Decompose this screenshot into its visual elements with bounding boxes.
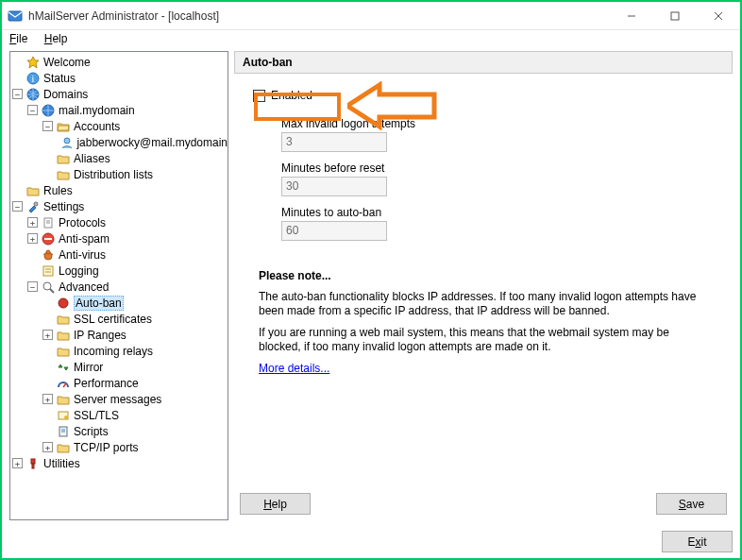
svg-rect-0 — [8, 11, 22, 21]
section-header: Auto-ban — [234, 51, 733, 74]
doc-icon — [41, 215, 56, 230]
svg-point-26 — [59, 298, 68, 308]
note-text-2: If you are running a web mail system, th… — [259, 326, 708, 354]
tree-account-1[interactable]: jabberwocky@mail.mydomain — [56, 134, 228, 150]
magnifier-icon — [41, 280, 56, 295]
info-icon: i — [25, 71, 41, 86]
minutes-autoban-input[interactable]: 60 — [281, 221, 387, 241]
svg-point-11 — [34, 202, 38, 206]
svg-marker-5 — [27, 57, 39, 68]
noentry-icon — [41, 231, 56, 246]
enabled-label: Enabled — [271, 89, 312, 102]
menu-file[interactable]: File — [9, 32, 27, 45]
red-dot-icon — [56, 296, 71, 311]
tree-advanced[interactable]: −Advanced — [25, 279, 228, 295]
enabled-checkbox[interactable] — [253, 90, 265, 102]
gauge-icon — [56, 376, 71, 391]
section-title: Auto-ban — [243, 56, 293, 69]
minutes-reset-input[interactable]: 30 — [281, 177, 387, 196]
bug-icon — [41, 247, 56, 263]
tree-dlists[interactable]: Distribution lists — [41, 166, 228, 182]
tree-antivirus[interactable]: Anti-virus — [25, 246, 228, 263]
minutes-reset-label: Minutes before reset — [281, 161, 716, 175]
tree-welcome[interactable]: Welcome — [10, 54, 228, 70]
tree-scripts[interactable]: Scripts — [41, 423, 228, 439]
close-button[interactable] — [697, 2, 740, 30]
content-panel: Auto-ban Enabled Max invalid logon attem… — [234, 51, 733, 520]
tree-accounts[interactable]: −Accounts — [41, 118, 228, 134]
exit-button[interactable]: Exit — [662, 531, 733, 552]
tree-rules[interactable]: Rules — [10, 182, 228, 198]
minimize-button[interactable] — [610, 2, 653, 30]
svg-point-24 — [43, 282, 51, 290]
svg-line-25 — [50, 289, 54, 293]
svg-line-27 — [63, 383, 66, 387]
svg-rect-33 — [31, 459, 35, 464]
help-button[interactable]: Help — [240, 493, 311, 515]
svg-rect-21 — [43, 266, 53, 276]
cert-icon — [56, 408, 71, 423]
mirror-icon — [56, 360, 71, 375]
nav-tree[interactable]: Welcome iStatus −Domains −mail.mydomain … — [9, 51, 228, 520]
tree-autoban[interactable]: Auto-ban — [41, 295, 228, 311]
tree-server-messages[interactable]: +Server messages — [41, 391, 228, 407]
tree-domains[interactable]: −Domains — [10, 86, 228, 102]
user-icon — [60, 135, 74, 150]
max-attempts-label: Max invalid logon attempts — [281, 117, 716, 130]
folder-icon — [56, 328, 71, 343]
tree-incoming-relays[interactable]: Incoming relays — [41, 343, 228, 359]
svg-rect-16 — [44, 238, 52, 240]
menu-help[interactable]: Help — [44, 32, 68, 45]
script-icon — [56, 424, 71, 439]
folder-icon — [56, 440, 71, 455]
menubar: File Help — [2, 30, 740, 49]
folder-icon — [56, 167, 71, 182]
svg-rect-34 — [32, 464, 34, 468]
note-heading: Please note... — [259, 269, 716, 282]
tree-antispam[interactable]: +Anti-spam — [25, 230, 228, 246]
folder-icon — [25, 183, 41, 198]
utilities-icon — [25, 456, 41, 471]
svg-point-29 — [64, 416, 68, 419]
globe-icon — [25, 87, 41, 102]
svg-point-20 — [46, 250, 50, 254]
save-button[interactable]: Save — [656, 493, 727, 515]
tree-logging[interactable]: Logging — [25, 263, 228, 279]
tree-mirror[interactable]: Mirror — [41, 359, 228, 375]
tree-aliases[interactable]: Aliases — [41, 150, 228, 166]
app-icon — [8, 8, 23, 24]
tree-ipranges[interactable]: +IP Ranges — [41, 327, 228, 343]
tree-protocols[interactable]: +Protocols — [25, 214, 228, 230]
tree-ssltls[interactable]: SSL/TLS — [41, 407, 228, 423]
folder-icon — [56, 312, 71, 327]
globe-icon — [41, 103, 56, 118]
folder-open-icon — [56, 119, 71, 134]
svg-text:i: i — [32, 74, 35, 84]
tree-status[interactable]: iStatus — [10, 70, 228, 86]
tree-sslcerts[interactable]: SSL certificates — [41, 311, 228, 327]
max-attempts-input[interactable]: 3 — [281, 132, 387, 152]
titlebar: hMailServer Administrator - [localhost] — [2, 2, 740, 30]
tree-tcpip[interactable]: +TCP/IP ports — [41, 439, 228, 455]
more-details-link[interactable]: More details... — [259, 362, 329, 375]
tree-mydomain[interactable]: −mail.mydomain — [25, 102, 228, 118]
note-text-1: The auto-ban functionality blocks IP add… — [259, 290, 708, 318]
folder-icon — [56, 392, 71, 407]
tree-settings[interactable]: −Settings — [10, 198, 228, 214]
tree-utilities[interactable]: +Utilities — [10, 455, 228, 471]
star-icon — [25, 55, 41, 70]
tools-icon — [25, 199, 41, 214]
tree-performance[interactable]: Performance — [41, 375, 228, 391]
svg-rect-2 — [671, 12, 679, 20]
folder-icon — [56, 151, 71, 166]
window-title: hMailServer Administrator - [localhost] — [28, 9, 219, 23]
svg-point-10 — [64, 138, 70, 144]
minutes-autoban-label: Minutes to auto-ban — [281, 206, 716, 219]
folder-icon — [56, 344, 71, 359]
log-icon — [41, 263, 56, 279]
maximize-button[interactable] — [653, 2, 697, 30]
